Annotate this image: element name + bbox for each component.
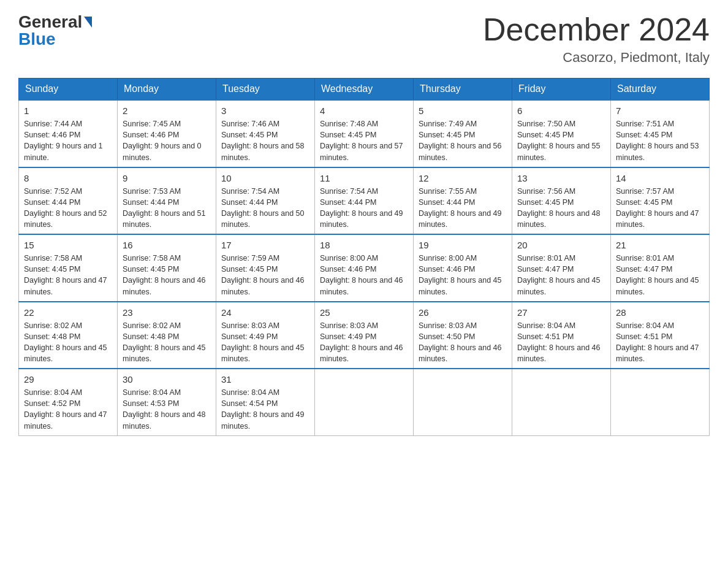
day-info: Sunrise: 7:52 AMSunset: 4:44 PMDaylight:… — [24, 186, 112, 231]
calendar-cell: 17Sunrise: 7:59 AMSunset: 4:45 PMDayligh… — [216, 234, 315, 302]
calendar-cell: 6Sunrise: 7:50 AMSunset: 4:45 PMDaylight… — [512, 100, 611, 167]
day-info: Sunrise: 8:04 AMSunset: 4:53 PMDaylight:… — [123, 387, 211, 432]
calendar-week-row: 15Sunrise: 7:58 AMSunset: 4:45 PMDayligh… — [19, 234, 710, 302]
day-info: Sunrise: 7:50 AMSunset: 4:45 PMDaylight:… — [517, 118, 605, 163]
day-info: Sunrise: 7:48 AMSunset: 4:45 PMDaylight:… — [320, 118, 408, 163]
calendar-week-row: 1Sunrise: 7:44 AMSunset: 4:46 PMDaylight… — [19, 100, 710, 167]
day-info: Sunrise: 8:04 AMSunset: 4:52 PMDaylight:… — [24, 387, 112, 432]
day-number: 9 — [123, 172, 211, 185]
col-header-thursday: Thursday — [414, 79, 512, 101]
col-header-monday: Monday — [118, 79, 216, 101]
day-info: Sunrise: 8:03 AMSunset: 4:49 PMDaylight:… — [320, 320, 408, 365]
day-info: Sunrise: 8:03 AMSunset: 4:50 PMDaylight:… — [419, 320, 507, 365]
calendar-cell: 7Sunrise: 7:51 AMSunset: 4:45 PMDaylight… — [611, 100, 710, 167]
calendar-cell — [512, 369, 611, 435]
calendar-cell: 14Sunrise: 7:57 AMSunset: 4:45 PMDayligh… — [611, 167, 710, 235]
day-info: Sunrise: 7:49 AMSunset: 4:45 PMDaylight:… — [419, 118, 507, 163]
day-number: 14 — [616, 172, 704, 185]
logo-blue-text: Blue — [18, 29, 92, 49]
day-number: 27 — [517, 306, 605, 319]
calendar-cell: 25Sunrise: 8:03 AMSunset: 4:49 PMDayligh… — [315, 302, 414, 369]
calendar-cell: 24Sunrise: 8:03 AMSunset: 4:49 PMDayligh… — [216, 302, 315, 369]
calendar-cell: 3Sunrise: 7:46 AMSunset: 4:45 PMDaylight… — [216, 100, 315, 167]
calendar-cell: 23Sunrise: 8:02 AMSunset: 4:48 PMDayligh… — [118, 302, 216, 369]
day-info: Sunrise: 7:58 AMSunset: 4:45 PMDaylight:… — [123, 253, 211, 297]
calendar-cell — [611, 369, 710, 435]
day-number: 19 — [419, 239, 507, 251]
calendar-header-row: SundayMondayTuesdayWednesdayThursdayFrid… — [19, 79, 710, 101]
day-number: 8 — [24, 172, 112, 185]
day-number: 31 — [221, 373, 309, 386]
month-title: December 2024 — [483, 12, 710, 47]
calendar-cell: 10Sunrise: 7:54 AMSunset: 4:44 PMDayligh… — [216, 167, 315, 235]
calendar-cell: 21Sunrise: 8:01 AMSunset: 4:47 PMDayligh… — [611, 234, 710, 302]
calendar-week-row: 8Sunrise: 7:52 AMSunset: 4:44 PMDaylight… — [19, 167, 710, 235]
day-number: 6 — [517, 104, 605, 117]
calendar-cell: 20Sunrise: 8:01 AMSunset: 4:47 PMDayligh… — [512, 234, 611, 302]
calendar-cell — [315, 369, 414, 435]
day-number: 1 — [24, 104, 112, 117]
location-subtitle: Casorzo, Piedmont, Italy — [483, 50, 710, 66]
day-number: 17 — [221, 239, 309, 251]
calendar-cell: 11Sunrise: 7:54 AMSunset: 4:44 PMDayligh… — [315, 167, 414, 235]
day-info: Sunrise: 8:02 AMSunset: 4:48 PMDaylight:… — [123, 320, 211, 365]
day-info: Sunrise: 7:56 AMSunset: 4:45 PMDaylight:… — [517, 186, 605, 231]
day-number: 22 — [24, 306, 112, 319]
day-info: Sunrise: 7:55 AMSunset: 4:44 PMDaylight:… — [419, 186, 507, 231]
day-info: Sunrise: 7:54 AMSunset: 4:44 PMDaylight:… — [221, 186, 309, 231]
calendar-table: SundayMondayTuesdayWednesdayThursdayFrid… — [18, 78, 710, 436]
day-info: Sunrise: 7:45 AMSunset: 4:46 PMDaylight:… — [123, 118, 211, 163]
day-number: 30 — [123, 373, 211, 386]
day-number: 23 — [123, 306, 211, 319]
col-header-saturday: Saturday — [611, 79, 710, 101]
calendar-cell: 4Sunrise: 7:48 AMSunset: 4:45 PMDaylight… — [315, 100, 414, 167]
calendar-cell: 15Sunrise: 7:58 AMSunset: 4:45 PMDayligh… — [19, 234, 118, 302]
calendar-cell: 16Sunrise: 7:58 AMSunset: 4:45 PMDayligh… — [118, 234, 216, 302]
title-area: December 2024 Casorzo, Piedmont, Italy — [483, 12, 710, 66]
calendar-cell: 2Sunrise: 7:45 AMSunset: 4:46 PMDaylight… — [118, 100, 216, 167]
calendar-cell: 26Sunrise: 8:03 AMSunset: 4:50 PMDayligh… — [414, 302, 512, 369]
day-info: Sunrise: 7:57 AMSunset: 4:45 PMDaylight:… — [616, 186, 704, 231]
col-header-tuesday: Tuesday — [216, 79, 315, 101]
calendar-cell: 28Sunrise: 8:04 AMSunset: 4:51 PMDayligh… — [611, 302, 710, 369]
day-number: 29 — [24, 373, 112, 386]
calendar-cell: 29Sunrise: 8:04 AMSunset: 4:52 PMDayligh… — [19, 369, 118, 435]
col-header-wednesday: Wednesday — [315, 79, 414, 101]
calendar-cell: 22Sunrise: 8:02 AMSunset: 4:48 PMDayligh… — [19, 302, 118, 369]
day-info: Sunrise: 8:01 AMSunset: 4:47 PMDaylight:… — [517, 253, 605, 297]
day-number: 11 — [320, 172, 408, 185]
day-info: Sunrise: 8:00 AMSunset: 4:46 PMDaylight:… — [320, 253, 408, 297]
page-header: General Blue December 2024 Casorzo, Pied… — [18, 12, 710, 66]
day-number: 21 — [616, 239, 704, 251]
day-info: Sunrise: 7:44 AMSunset: 4:46 PMDaylight:… — [24, 118, 112, 163]
day-number: 25 — [320, 306, 408, 319]
day-number: 15 — [24, 239, 112, 251]
calendar-cell: 8Sunrise: 7:52 AMSunset: 4:44 PMDaylight… — [19, 167, 118, 235]
calendar-week-row: 22Sunrise: 8:02 AMSunset: 4:48 PMDayligh… — [19, 302, 710, 369]
calendar-cell: 31Sunrise: 8:04 AMSunset: 4:54 PMDayligh… — [216, 369, 315, 435]
day-number: 4 — [320, 104, 408, 117]
day-number: 26 — [419, 306, 507, 319]
day-number: 18 — [320, 239, 408, 251]
day-number: 16 — [123, 239, 211, 251]
day-info: Sunrise: 8:00 AMSunset: 4:46 PMDaylight:… — [419, 253, 507, 297]
logo-triangle-icon — [84, 17, 92, 28]
calendar-cell: 30Sunrise: 8:04 AMSunset: 4:53 PMDayligh… — [118, 369, 216, 435]
day-number: 12 — [419, 172, 507, 185]
col-header-sunday: Sunday — [19, 79, 118, 101]
calendar-cell: 9Sunrise: 7:53 AMSunset: 4:44 PMDaylight… — [118, 167, 216, 235]
day-number: 28 — [616, 306, 704, 319]
day-number: 2 — [123, 104, 211, 117]
calendar-cell: 13Sunrise: 7:56 AMSunset: 4:45 PMDayligh… — [512, 167, 611, 235]
calendar-cell: 12Sunrise: 7:55 AMSunset: 4:44 PMDayligh… — [414, 167, 512, 235]
day-info: Sunrise: 8:04 AMSunset: 4:51 PMDaylight:… — [616, 320, 704, 365]
calendar-cell: 5Sunrise: 7:49 AMSunset: 4:45 PMDaylight… — [414, 100, 512, 167]
day-number: 20 — [517, 239, 605, 251]
col-header-friday: Friday — [512, 79, 611, 101]
day-info: Sunrise: 7:58 AMSunset: 4:45 PMDaylight:… — [24, 253, 112, 297]
day-info: Sunrise: 8:03 AMSunset: 4:49 PMDaylight:… — [221, 320, 309, 365]
day-info: Sunrise: 8:04 AMSunset: 4:54 PMDaylight:… — [221, 387, 309, 432]
day-info: Sunrise: 7:46 AMSunset: 4:45 PMDaylight:… — [221, 118, 309, 163]
logo: General Blue — [18, 12, 92, 49]
day-number: 3 — [221, 104, 309, 117]
